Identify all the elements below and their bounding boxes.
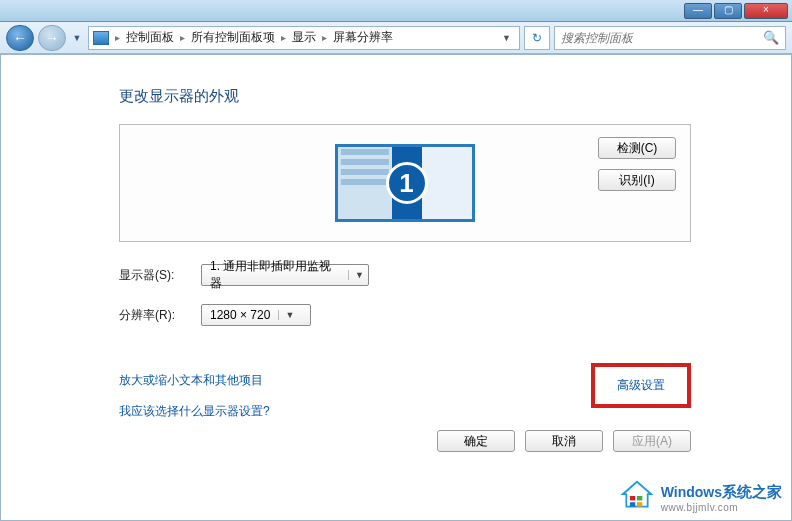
close-button[interactable]: × [744,3,788,19]
monitor-select[interactable]: 1. 通用非即插即用监视器 ▼ [201,264,369,286]
chevron-icon: ▸ [115,32,120,43]
identify-button[interactable]: 识别(I) [598,169,676,191]
resolution-label: 分辨率(R): [119,307,183,324]
monitor-preview[interactable]: 1 [335,144,475,222]
advanced-settings-link[interactable]: 高级设置 [617,378,665,392]
monitor-label: 显示器(S): [119,267,183,284]
svg-rect-2 [637,496,642,500]
advanced-settings-highlight: 高级设置 [591,363,691,408]
address-dropdown-icon[interactable]: ▼ [498,33,515,43]
resolution-select[interactable]: 1280 × 720 ▼ [201,304,311,326]
search-icon[interactable]: 🔍 [763,30,779,45]
display-preview-frame: 1 检测(C) 识别(I) [119,124,691,242]
svg-rect-4 [637,502,642,506]
address-bar[interactable]: ▸ 控制面板 ▸ 所有控制面板项 ▸ 显示 ▸ 屏幕分辨率 ▼ [88,26,520,50]
search-input[interactable] [561,31,763,45]
chevron-down-icon: ▼ [278,310,294,320]
ok-button[interactable]: 确定 [437,430,515,452]
chevron-icon: ▸ [281,32,286,43]
titlebar: — ▢ × [0,0,792,22]
content-area: 更改显示器的外观 1 检测(C) 识别(I) 显示器(S): 1. 通用非即插即… [0,54,792,521]
cancel-button[interactable]: 取消 [525,430,603,452]
navbar: ← → ▼ ▸ 控制面板 ▸ 所有控制面板项 ▸ 显示 ▸ 屏幕分辨率 ▼ ↻ … [0,22,792,54]
breadcrumb-item[interactable]: 控制面板 [126,29,174,46]
forward-button[interactable]: → [38,25,66,51]
apply-button[interactable]: 应用(A) [613,430,691,452]
resolution-select-value: 1280 × 720 [210,308,270,322]
breadcrumb-item[interactable]: 所有控制面板项 [191,29,275,46]
search-box[interactable]: 🔍 [554,26,786,50]
footer-buttons: 确定 取消 应用(A) [437,430,691,452]
control-panel-icon [93,31,109,45]
svg-rect-3 [630,502,635,506]
house-logo-icon [619,480,655,515]
watermark-brand: Windows系统之家 [661,484,782,500]
nav-history-dropdown[interactable]: ▼ [70,25,84,51]
watermark-url: www.bjjmlv.com [661,502,782,513]
refresh-button[interactable]: ↻ [524,26,550,50]
maximize-button[interactable]: ▢ [714,3,742,19]
breadcrumb-item[interactable]: 显示 [292,29,316,46]
back-button[interactable]: ← [6,25,34,51]
svg-rect-1 [630,496,635,500]
preview-right-pane [422,147,472,219]
chevron-icon: ▸ [180,32,185,43]
page-title: 更改显示器的外观 [119,87,691,106]
chevron-icon: ▸ [322,32,327,43]
watermark: Windows系统之家 www.bjjmlv.com [619,480,782,515]
breadcrumb-item[interactable]: 屏幕分辨率 [333,29,393,46]
minimize-button[interactable]: — [684,3,712,19]
preview-left-pane [338,147,392,219]
monitor-select-value: 1. 通用非即插即用监视器 [210,258,340,292]
monitor-number-badge: 1 [386,162,428,204]
detect-button[interactable]: 检测(C) [598,137,676,159]
chevron-down-icon: ▼ [348,270,364,280]
